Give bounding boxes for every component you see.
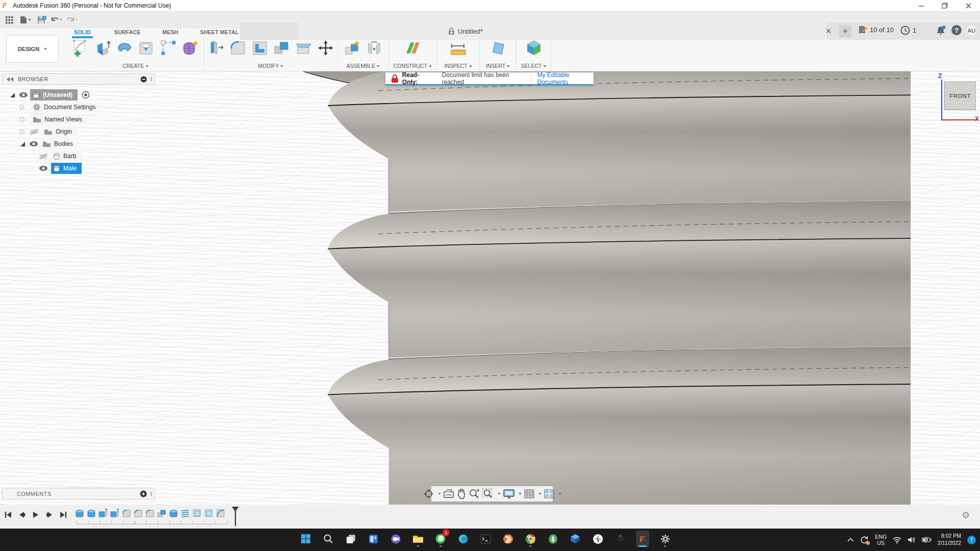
feature-coil-icon[interactable] (180, 508, 190, 519)
look-at-icon[interactable] (443, 489, 454, 499)
feature-revolve-icon[interactable] (215, 508, 226, 519)
tab-solid[interactable]: SOLID (74, 29, 91, 37)
help-button[interactable]: ? (951, 25, 962, 35)
fillet-icon[interactable] (228, 38, 248, 58)
start-button[interactable] (299, 531, 312, 547)
step-back-icon[interactable] (17, 509, 27, 521)
chat-icon[interactable] (389, 531, 402, 547)
eye-hidden-icon[interactable] (30, 129, 39, 135)
revolve-icon[interactable] (115, 38, 134, 58)
tree-row-bodies[interactable]: Bodies (2, 138, 155, 150)
collapse-panel-icon[interactable] (7, 77, 14, 82)
search-icon[interactable] (322, 531, 335, 547)
chevron-down-icon[interactable] (498, 493, 501, 495)
undo-icon[interactable] (50, 14, 62, 26)
grid-settings-icon[interactable] (524, 489, 535, 499)
feature-fillet-icon[interactable] (133, 508, 143, 519)
tree-row-origin[interactable]: Origin (2, 126, 155, 138)
inkscape-icon[interactable] (614, 531, 627, 547)
expanded-triangle-icon[interactable] (20, 142, 25, 146)
tree-row-barb[interactable]: Barb (2, 150, 155, 162)
collapsed-triangle-icon[interactable] (20, 117, 24, 122)
eye-hidden-icon[interactable] (39, 153, 48, 160)
group-label-construct[interactable]: CONSTRUCT (389, 63, 436, 69)
play-icon[interactable] (31, 509, 41, 521)
document-tab[interactable]: Untitled* (299, 22, 827, 40)
battery-icon[interactable] (922, 537, 932, 543)
viewport-3d[interactable]: Read-Only: Document limit has been reach… (0, 71, 980, 505)
viewports-icon[interactable] (544, 489, 555, 499)
group-label-assemble[interactable]: ASSEMBLE (338, 63, 388, 69)
tab-mesh[interactable]: MESH (162, 29, 178, 37)
group-label-insert[interactable]: INSERT (480, 63, 516, 69)
chevron-down-icon[interactable] (538, 493, 542, 495)
activate-radio-icon[interactable] (82, 91, 90, 99)
orbit-icon[interactable] (423, 488, 434, 499)
tab-sheet-metal[interactable]: SHEET METAL (200, 29, 239, 37)
eye-visible-icon[interactable] (19, 92, 28, 98)
redo-icon[interactable] (65, 14, 78, 26)
eye-visible-icon[interactable] (29, 141, 38, 147)
collapsed-triangle-icon[interactable] (20, 129, 24, 134)
feature-pattern-icon[interactable] (192, 508, 202, 519)
minimize-button[interactable] (910, 0, 933, 11)
chevron-down-icon[interactable] (438, 493, 441, 495)
my-editable-documents-link[interactable]: My Editable Documents (537, 71, 594, 86)
shell-icon[interactable] (250, 38, 270, 58)
expanded-triangle-icon[interactable] (10, 93, 15, 97)
chevron-down-icon[interactable] (519, 493, 522, 495)
step-forward-icon[interactable] (44, 509, 55, 521)
browser-header[interactable]: BROWSER ‖ (2, 73, 155, 85)
tree-row-male[interactable]: Male (2, 162, 155, 174)
fusion-360-icon[interactable]: F (636, 531, 649, 547)
job-status-indicator[interactable]: 1 (900, 26, 916, 35)
view-cube[interactable]: FRONT Z X (930, 76, 979, 127)
feature-extrude-icon[interactable] (98, 508, 108, 519)
zoom-window-icon[interactable] (482, 488, 494, 499)
widgets-icon[interactable] (366, 531, 380, 547)
notifications-button[interactable] (935, 25, 946, 36)
press-pull-icon[interactable] (206, 38, 226, 58)
combine-icon[interactable] (272, 38, 291, 58)
user-avatar[interactable]: AU (966, 24, 977, 36)
volume-icon[interactable] (908, 536, 916, 543)
pan-icon[interactable] (456, 488, 467, 499)
wifi-icon[interactable] (893, 537, 901, 543)
xampp-icon[interactable] (501, 531, 514, 547)
group-label-create[interactable]: CREATE (67, 63, 204, 69)
new-tab-button[interactable]: + (839, 25, 851, 37)
tree-row-named-views[interactable]: Named Views (2, 113, 155, 126)
panel-resize-handle[interactable]: ‖ (150, 491, 153, 497)
feature-pattern-icon[interactable] (204, 508, 214, 519)
file-explorer-icon[interactable] (411, 531, 425, 547)
document-limit-indicator[interactable]: 10 of 10 (859, 26, 894, 34)
feature-fillet-icon[interactable] (121, 508, 132, 519)
save-icon[interactable] (36, 14, 48, 26)
measure-icon[interactable] (449, 38, 468, 58)
comments-panel[interactable]: COMMENTS ‖ (2, 488, 155, 499)
workspace-selector[interactable]: DESIGN (6, 35, 59, 63)
feature-extrude-icon[interactable] (110, 508, 120, 519)
feature-cylinder-icon[interactable] (168, 508, 179, 519)
display-settings-icon[interactable] (503, 489, 515, 499)
view-cube-front-face[interactable]: FRONT (944, 82, 976, 110)
insert-derive-icon[interactable] (488, 38, 508, 58)
feature-cylinder-icon[interactable] (86, 508, 96, 519)
group-label-select[interactable]: SELECT (517, 63, 551, 69)
pattern-icon[interactable] (159, 38, 178, 58)
zoom-icon[interactable] (469, 488, 480, 499)
group-label-inspect[interactable]: INSPECT (437, 63, 479, 69)
update-sync-icon[interactable] (860, 536, 869, 544)
clock-date[interactable]: 8:02 PM2/11/2022 (938, 533, 961, 546)
hole-icon[interactable] (137, 38, 156, 58)
feature-fillet-icon[interactable] (145, 508, 155, 519)
joint-icon[interactable] (364, 38, 384, 58)
tree-row-document-settings[interactable]: Document Settings (2, 101, 155, 113)
notification-count-badge[interactable]: 7 (967, 536, 976, 544)
chevron-down-icon[interactable] (558, 493, 561, 495)
feature-cylinder-icon[interactable] (75, 508, 85, 519)
tab-surface[interactable]: SURFACE (114, 29, 141, 37)
panel-resize-handle[interactable]: ‖ (150, 76, 153, 82)
go-to-end-icon[interactable] (58, 509, 68, 521)
settings-gear-icon[interactable] (658, 531, 672, 547)
